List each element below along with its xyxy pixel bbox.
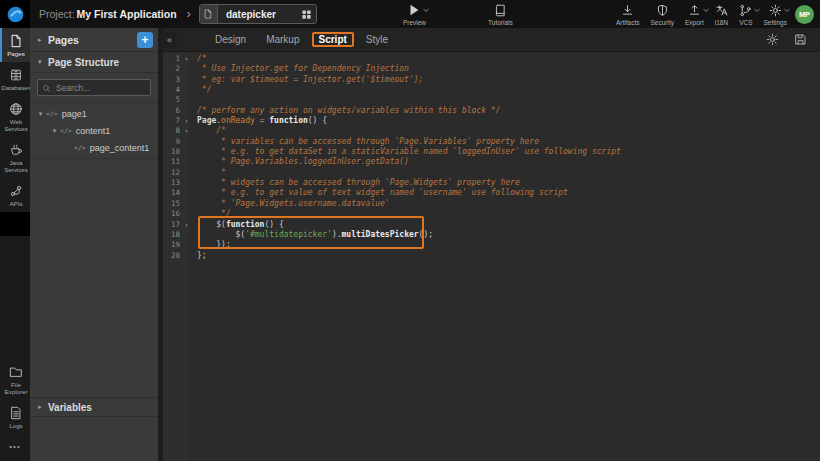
code-line-12[interactable]: *: [197, 168, 820, 178]
tab-style[interactable]: Style: [358, 32, 396, 47]
fold-marker-icon[interactable]: ▾: [185, 126, 188, 136]
fold-marker-icon[interactable]: ▾: [185, 54, 188, 64]
code-line-8[interactable]: /*: [197, 126, 820, 136]
code-line-6[interactable]: /* perform any action on widgets/variabl…: [197, 106, 820, 116]
preview-label: Preview: [403, 19, 426, 26]
code-line-5[interactable]: [197, 95, 820, 105]
code-line-1[interactable]: /*: [197, 54, 820, 64]
sidebar-bottom: File ExplorerLogs: [0, 359, 30, 434]
file-icon: [9, 34, 23, 48]
line-number: 17▾: [163, 220, 189, 230]
sidebar-item-label: Logs: [9, 422, 22, 429]
tab-design[interactable]: Design: [207, 32, 254, 47]
sidebar-item-label: Java Services: [2, 159, 30, 173]
pages-panel-header[interactable]: ▸ Pages +: [30, 28, 158, 52]
chevron-down-icon: [754, 0, 760, 17]
chevron-right-icon: ▸: [38, 403, 48, 411]
tutorials-button[interactable]: Tutorials: [488, 3, 513, 26]
code-line-4[interactable]: */: [197, 85, 820, 95]
code-line-16[interactable]: */: [197, 209, 820, 219]
tree-item-page1[interactable]: ▾</>page1: [30, 105, 158, 122]
code-line-13[interactable]: * widgets can be accessed through 'Page.…: [197, 178, 820, 188]
sidebar-item-java-services[interactable]: Java Services: [0, 137, 30, 178]
line-number: 18: [163, 230, 189, 240]
book-icon: [494, 3, 507, 16]
line-number: 12: [163, 168, 189, 178]
sidebar-item-web-services[interactable]: Web Services: [0, 96, 30, 137]
line-number: 5: [163, 95, 189, 105]
code-line-19[interactable]: });: [197, 240, 820, 250]
code-tag-icon: </>: [46, 110, 58, 118]
add-page-button[interactable]: +: [137, 32, 153, 48]
chevron-down-icon: [784, 0, 790, 17]
code-line-17[interactable]: $(function() {: [197, 220, 820, 230]
sidebar-more-button[interactable]: •••: [0, 434, 30, 461]
preview-button[interactable]: Preview: [403, 3, 426, 26]
code-line-18[interactable]: $('#multidatepicker').multiDatesPicker()…: [197, 230, 820, 240]
search-box: [30, 73, 158, 103]
code-line-11[interactable]: * Page.Variables.loggedInUser.getData(): [197, 157, 820, 167]
export-button[interactable]: Export: [685, 3, 704, 26]
search-input[interactable]: [37, 79, 151, 96]
sidebar-item-logs[interactable]: Logs: [0, 400, 30, 434]
page-tab-datepicker[interactable]: datepicker: [199, 4, 317, 24]
chevron-right-icon: ▸: [38, 36, 48, 44]
pages-panel: ▸ Pages + ▾ Page Structure ▾</>page1▾</>…: [30, 28, 158, 461]
api-icon: [9, 184, 23, 198]
code-line-15[interactable]: * 'Page.Widgets.username.datavalue': [197, 199, 820, 209]
chevron-down-icon[interactable]: ▾: [49, 127, 60, 135]
security-button[interactable]: Security: [650, 3, 673, 26]
i18n-button[interactable]: i18N: [715, 3, 728, 26]
sidebar-item-pages[interactable]: Pages: [0, 28, 30, 62]
settings-icon[interactable]: [766, 33, 779, 46]
line-number: 7▾: [163, 116, 189, 126]
grid-icon[interactable]: [298, 9, 316, 20]
line-number: 13: [163, 178, 189, 188]
code-line-14[interactable]: * e.g. to get value of text widget named…: [197, 188, 820, 198]
line-number: 4: [163, 85, 189, 95]
sidebar: PagesDatabasesWeb ServicesJava ServicesA…: [0, 28, 30, 461]
tab-markup[interactable]: Markup: [258, 32, 307, 47]
project-label: Project:: [39, 8, 75, 20]
tab-script[interactable]: Script: [312, 32, 354, 47]
artifacts-button[interactable]: Artifacts: [616, 3, 639, 26]
fold-marker-icon[interactable]: ▾: [185, 220, 188, 230]
code-line-2[interactable]: * Use Injector.get for Dependency Inject…: [197, 64, 820, 74]
save-icon[interactable]: [794, 33, 807, 46]
chevron-down-icon: ▾: [38, 58, 48, 66]
tree-item-page-content1[interactable]: </>page_content1: [30, 139, 158, 156]
code-line-10[interactable]: * e.g. to get dataSet in a staticVariabl…: [197, 147, 820, 157]
search-icon: [42, 84, 51, 95]
fold-marker-icon[interactable]: ▾: [185, 116, 188, 126]
avatar[interactable]: MP: [795, 5, 814, 24]
sidebar-item-databases[interactable]: Databases: [0, 62, 30, 96]
chevron-down-icon: [703, 0, 709, 17]
sidebar-item-file-explorer[interactable]: File Explorer: [0, 359, 30, 400]
sidebar-divider: [0, 212, 30, 236]
wavemaker-logo[interactable]: [0, 0, 30, 28]
sidebar-item-label: File Explorer: [2, 381, 30, 395]
code-line-3[interactable]: * eg: var $timeout = Injector.get('$time…: [197, 75, 820, 85]
sidebar-item-label: Pages: [7, 50, 25, 57]
line-number: 2: [163, 64, 189, 74]
line-number: 19: [163, 240, 189, 250]
vcs-button[interactable]: VCS: [739, 3, 752, 26]
pages-panel-title: Pages: [48, 34, 137, 46]
tutorials-label: Tutorials: [488, 19, 513, 26]
upload-icon: [688, 3, 701, 16]
page-structure-header[interactable]: ▾ Page Structure: [30, 52, 158, 73]
tree-item-content1[interactable]: ▾</>content1: [30, 122, 158, 139]
settings-button[interactable]: Settings: [764, 3, 788, 26]
line-number: 8▾: [163, 126, 189, 136]
line-number: 14: [163, 188, 189, 198]
collapse-panel-button[interactable]: «: [162, 32, 177, 48]
shield-icon: [656, 3, 669, 16]
sidebar-item-apis[interactable]: APIs: [0, 178, 30, 212]
code-editor[interactable]: 1▾234567▾8▾91011121314151617▾181920 /* *…: [163, 52, 820, 461]
code-line-9[interactable]: * variables can be accessed through 'Pag…: [197, 137, 820, 147]
variables-header[interactable]: ▸ Variables: [30, 397, 158, 417]
code-line-7[interactable]: Page.onReady = function() {: [197, 116, 820, 126]
code-line-20[interactable]: };: [197, 251, 820, 261]
chevron-down-icon[interactable]: ▾: [35, 110, 46, 118]
gear-icon: [769, 3, 782, 16]
